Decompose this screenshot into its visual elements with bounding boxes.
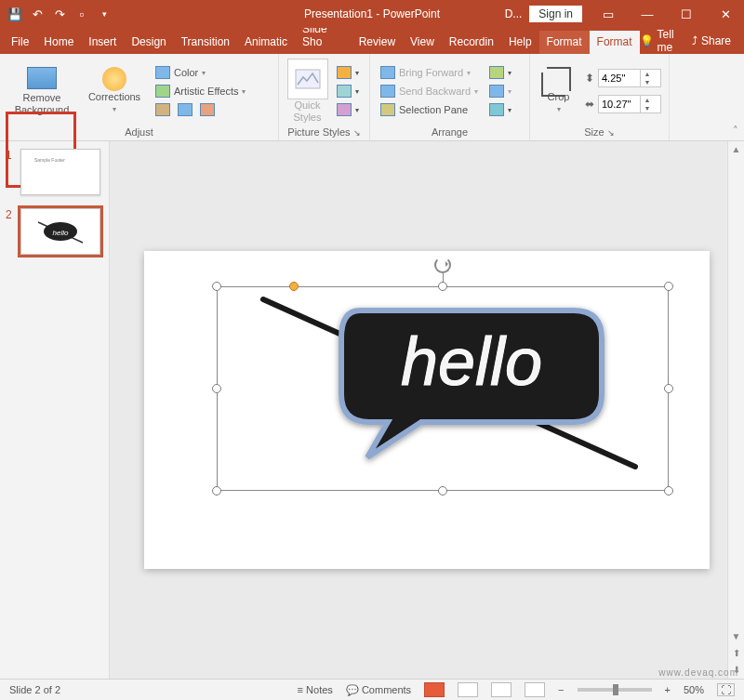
remove-background-button[interactable]: Remove Background (7, 59, 76, 124)
comments-button[interactable]: 💬 Comments (346, 684, 411, 696)
qat-more-icon[interactable]: ▾ (97, 7, 112, 21)
lightbulb-icon: 💡 (640, 34, 654, 47)
undo-icon[interactable]: ↶ (30, 7, 45, 21)
crop-button[interactable]: Crop ▾ (538, 59, 579, 124)
reading-view-button[interactable] (491, 682, 512, 697)
picture-effects-button[interactable]: ▾ (334, 83, 362, 99)
tab-design[interactable]: Design (124, 31, 173, 54)
minimize-icon[interactable]: ― (629, 0, 666, 28)
collapse-ribbon-icon[interactable]: ˄ (733, 125, 738, 137)
slide-indicator[interactable]: Slide 2 of 2 (9, 684, 60, 695)
thumbnail-1[interactable]: 1 Sample Footer (6, 149, 103, 195)
signin-button[interactable]: Sign in (529, 6, 582, 22)
corrections-button[interactable]: Corrections ▾ (82, 59, 147, 124)
thumbnail-2[interactable]: 2 hello (6, 208, 103, 255)
ribbon-group-adjust: Remove Background Corrections ▾ Color ▾ … (0, 54, 279, 140)
compress-reset-row (153, 101, 248, 118)
adjust-group-label: Adjust (7, 125, 271, 140)
zoom-slider[interactable] (578, 688, 652, 692)
crop-icon (547, 67, 571, 91)
quick-styles-button[interactable]: Quick Styles (286, 59, 328, 124)
width-icon: ⬌ (585, 98, 594, 111)
group-button[interactable]: ▾ (486, 83, 514, 99)
bring-forward-icon (380, 66, 395, 79)
height-icon: ⬍ (585, 72, 594, 85)
picstyles-label: Picture Styles ↘ (286, 125, 362, 140)
align-icon (489, 66, 504, 79)
normal-view-button[interactable] (424, 682, 445, 697)
group-icon (489, 85, 504, 98)
tab-animations[interactable]: Animatic (237, 31, 295, 54)
title-right: D... Sign in ▭ ― ☐ ✕ (499, 0, 744, 28)
picture-content: hello (217, 286, 669, 491)
align-button[interactable]: ▾ (486, 64, 514, 81)
ribbon-group-picture-styles: Quick Styles ▾ ▾ ▾ Picture Styles ↘ (279, 54, 370, 140)
zoom-in-button[interactable]: + (665, 684, 671, 695)
tab-view[interactable]: View (403, 31, 442, 54)
fit-to-window-button[interactable]: ⛶ (717, 683, 735, 696)
send-backward-icon (380, 85, 395, 98)
width-input[interactable]: ▲▼ (598, 95, 661, 113)
workspace: 1 Sample Footer 2 hello (0, 141, 744, 679)
tab-file[interactable]: File (4, 31, 36, 54)
ribbon-group-arrange: Bring Forward ▾ Send Backward ▾ Selectio… (370, 54, 530, 140)
artistic-effects-button[interactable]: Artistic Effects ▾ (153, 83, 248, 99)
bring-forward-button[interactable]: Bring Forward ▾ (378, 64, 481, 81)
tab-insert[interactable]: Insert (81, 31, 124, 54)
tab-transitions[interactable]: Transition (174, 31, 237, 54)
prev-slide-icon[interactable]: ⬆ (728, 645, 744, 662)
tab-home[interactable]: Home (36, 31, 81, 54)
thumb-2-preview: hello (20, 208, 100, 255)
compress-icon[interactable] (155, 103, 170, 116)
tab-format-picture[interactable]: Format (590, 31, 640, 54)
save-icon[interactable]: 💾 (7, 7, 22, 21)
color-button[interactable]: Color ▾ (153, 64, 248, 81)
tellme-button[interactable]: 💡Tell me (640, 28, 679, 54)
tab-help[interactable]: Help (501, 31, 539, 54)
selection-pane-button[interactable]: Selection Pane (378, 101, 481, 118)
send-backward-button[interactable]: Send Backward ▾ (378, 83, 481, 99)
tab-review[interactable]: Review (352, 31, 403, 54)
picture-effects-icon (337, 85, 352, 98)
ribbon-tabs: File Home Insert Design Transition Anima… (0, 28, 744, 54)
slide-canvas: hello (144, 251, 710, 569)
selected-picture[interactable]: hello (217, 286, 669, 491)
arrange-label: Arrange (378, 125, 522, 140)
vertical-scrollbar[interactable]: ▲ ▼ ⬆ ⬇ (727, 141, 744, 679)
ribbon-display-icon[interactable]: ▭ (590, 0, 627, 28)
scroll-up-icon[interactable]: ▲ (728, 141, 744, 158)
slide-thumbnails-pane[interactable]: 1 Sample Footer 2 hello (0, 141, 110, 679)
maximize-icon[interactable]: ☐ (668, 0, 705, 28)
scroll-down-icon[interactable]: ▼ (728, 628, 744, 645)
slide-edit-area[interactable]: hello ▲ ▼ ⬆ ⬇ (110, 141, 744, 679)
tab-recording[interactable]: Recordin (442, 31, 501, 54)
height-input[interactable]: ▲▼ (598, 69, 661, 87)
slideshow-view-button[interactable] (525, 682, 545, 697)
selection-pane-icon (380, 103, 395, 116)
picture-layout-button[interactable]: ▾ (334, 101, 362, 118)
quick-styles-icon (287, 59, 328, 99)
redo-icon[interactable]: ↷ (52, 7, 67, 21)
start-from-beginning-icon[interactable]: ▫ (74, 7, 89, 21)
picture-border-button[interactable]: ▾ (334, 64, 362, 81)
reset-picture-icon[interactable] (200, 103, 215, 116)
contextual-label: D... (499, 7, 528, 20)
close-icon[interactable]: ✕ (707, 0, 744, 28)
rotate-button[interactable]: ▾ (486, 101, 514, 118)
notes-button[interactable]: ≡ Notes (298, 684, 333, 695)
rotation-handle-icon[interactable] (434, 257, 451, 273)
share-button[interactable]: ⤴Share (692, 34, 731, 47)
picture-border-icon (337, 66, 352, 79)
change-picture-icon[interactable] (178, 103, 193, 116)
tab-format-drawing[interactable]: Format (539, 31, 590, 54)
ribbon-group-size: Crop ▾ ⬍ ▲▼ ⬌ ▲▼ Size ↘ (530, 54, 670, 140)
size-dialog-launcher-icon[interactable]: ↘ (607, 128, 615, 138)
dialog-launcher-icon[interactable]: ↘ (353, 128, 361, 138)
watermark: www.devaq.com (658, 667, 738, 678)
color-icon (155, 66, 170, 79)
slide-sorter-view-button[interactable] (458, 682, 478, 697)
zoom-out-button[interactable]: − (558, 684, 564, 695)
zoom-level[interactable]: 50% (684, 684, 704, 695)
share-icon: ⤴ (692, 34, 698, 47)
artistic-icon (155, 85, 170, 98)
